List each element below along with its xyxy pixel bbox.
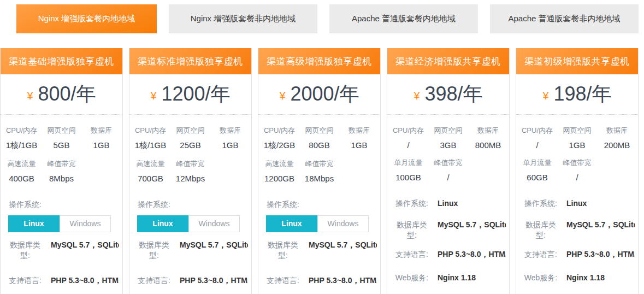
web-service-row: Web服务:Nginx 1.18 [522,273,635,283]
detail-value: Linux [566,198,587,208]
spec-label: 网页空间 [299,126,339,136]
os-row: 操作系统: [135,199,248,210]
price-amount: 398/年 [425,81,483,108]
language-row: 支持语言:PHP 5.3~8.0，HTM... [264,275,377,286]
plan-price: ¥ 398/年 [387,74,509,114]
spec-label: 峰值带宽 [428,158,468,168]
spec-webspace: 网页空间1GB [557,126,597,150]
spec-label: 高速流量 [259,159,299,169]
yuan-symbol: ¥ [150,86,156,102]
price-amount: 800/年 [38,81,96,108]
plan-details: 操作系统: LinuxWindows 数据库类型:MySQL 5.7，SQLit… [1,190,122,294]
tab-nginx-enhanced-mainland[interactable]: Nginx 增强版套餐内地地域 [16,4,157,33]
detail-value: PHP 5.3~8.0，HTM... [180,275,248,286]
os-option-linux[interactable]: Linux [266,215,317,232]
spec-value: 400GB [2,174,42,183]
spec-value: 1核/1GB [2,140,42,151]
spec-label: 单月流量 [388,158,428,168]
spec-webspace: 网页空间5GB [42,126,81,151]
spec-cpu: CPU/内存1核/1GB [2,126,42,151]
spec-value: 1GB [210,140,250,150]
detail-label: 支持语言: [393,249,431,260]
tab-nginx-enhanced-nonmainland[interactable]: Nginx 增强版套餐非内地地域 [169,4,317,33]
spec-value: 800MB [468,140,508,150]
plan-details: 操作系统:Linux 数据库类型:MySQL 5.7，SQLite 支持语言:P… [387,189,509,294]
os-toggle: LinuxWindows [266,215,377,232]
os-option-windows[interactable]: Windows [317,215,369,232]
detail-label: 数据库类型: [393,220,431,240]
spec-label: 峰值带宽 [170,159,210,169]
os-option-windows[interactable]: Windows [60,215,111,232]
db-type-row: 数据库类型:MySQL 5.7，SQLite [135,240,248,261]
spec-bandwidth: 峰值带宽12Mbps [170,159,210,183]
spec-bandwidth: 峰值带宽18Mbps [299,159,339,183]
detail-value: Nginx 1.18 [566,273,605,282]
db-type-row: 数据库类型:MySQL 5.7，SQLite [264,240,377,261]
detail-label: 支持语言: [135,275,173,286]
spec-value: 3GB [428,140,468,150]
detail-value: MySQL 5.7，SQLite [438,220,506,230]
spec-label: 数据库 [597,126,637,136]
spec-cpu: CPU/内存1核/1GB [131,126,170,151]
plan-price: ¥ 198/年 [516,74,638,114]
spec-traffic: 单月流量60GB [517,158,557,182]
os-option-linux[interactable]: Linux [8,215,60,232]
os-label: 操作系统: [264,199,302,210]
plan-tabbar: Nginx 增强版套餐内地地域 Nginx 增强版套餐非内地地域 Apache … [0,0,644,33]
spec-database: 数据库800MB [468,126,508,150]
plan-title: 渠道经济增强版共享虚机 [387,48,509,74]
spec-value: / [388,140,428,150]
plan-card-advanced: 渠道高级增强版独享虚机 ¥ 2000/年 CPU/内存1核/2GB 网页空间80… [258,48,381,294]
language-row: 支持语言:PHP 5.3~8.0，HTM... [393,249,506,260]
spec-database: 数据库1GB [81,126,121,151]
detail-value: MySQL 5.7，SQLite [51,240,119,250]
spec-traffic: 高速流量1200GB [259,159,299,183]
spec-label: 峰值带宽 [42,159,81,169]
language-row: 支持语言:PHP 5.3~8.0，HTM... [135,275,248,286]
spec-value: 1GB [339,140,379,150]
spec-value: / [428,173,468,182]
os-option-windows[interactable]: Windows [188,215,240,232]
spec-label: 高速流量 [2,159,42,169]
os-toggle: LinuxWindows [137,215,248,232]
os-label: 操作系统: [6,199,44,210]
spec-label: 峰值带宽 [299,159,339,169]
yuan-symbol: ¥ [542,86,548,102]
os-option-linux[interactable]: Linux [137,215,188,232]
detail-label: 数据库类型: [264,240,302,261]
spec-bandwidth: 峰值带宽/ [557,158,597,182]
spec-value: 5GB [42,140,81,150]
spec-webspace: 网页空间25GB [170,126,210,151]
plan-title: 渠道基础增强版独享虚机 [1,48,122,74]
spec-value: 700GB [131,174,170,183]
spec-label: 数据库 [81,126,121,136]
spec-value: 80GB [299,140,339,150]
tab-apache-standard-mainland[interactable]: Apache 普通版套餐内地地域 [329,4,478,33]
language-row: 支持语言:PHP 5.3~8.0，HTM... [6,275,119,286]
spec-value: 18Mbps [299,174,339,183]
os-row: 操作系统: [6,199,119,210]
detail-label: 支持语言: [264,275,302,286]
spec-value: 1核/2GB [259,140,299,151]
spec-value: 25GB [170,140,210,150]
spec-label: 网页空间 [42,126,81,136]
spec-label: 高速流量 [131,159,170,169]
plan-title: 渠道标准增强版独享虚机 [129,48,251,74]
plan-title: 渠道高级增强版独享虚机 [258,48,380,74]
tab-apache-standard-nonmainland[interactable]: Apache 普通版套餐非内地地域 [490,4,639,33]
detail-label: Web服务: [393,273,431,283]
spec-value: 1核/1GB [131,140,170,151]
yuan-symbol: ¥ [279,86,285,102]
spec-value: / [517,140,557,150]
spec-label: CPU/内存 [517,126,557,136]
spec-grid: CPU/内存1核/1GB 网页空间5GB 数据库1GB 高速流量400GB 峰值… [1,115,122,190]
spec-label: CPU/内存 [259,126,299,136]
plan-card-standard: 渠道标准增强版独享虚机 ¥ 1200/年 CPU/内存1核/1GB 网页空间25… [129,48,252,294]
spec-value: 1200GB [259,174,299,183]
spec-grid: CPU/内存1核/1GB 网页空间25GB 数据库1GB 高速流量700GB 峰… [129,115,251,190]
spec-label: CPU/内存 [388,126,428,136]
os-row: 操作系统:Linux [393,198,506,209]
plan-price: ¥ 2000/年 [258,74,380,114]
spec-label: CPU/内存 [131,126,170,136]
spec-value: / [557,173,597,182]
